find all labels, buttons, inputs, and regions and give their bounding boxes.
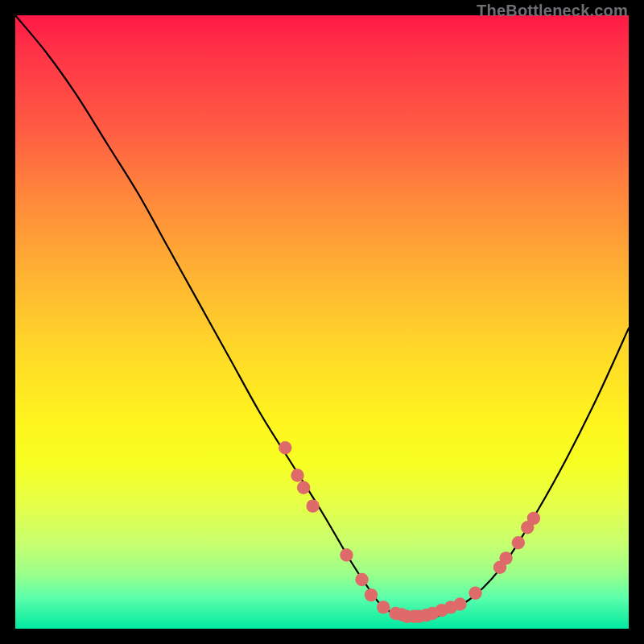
curve-markers <box>279 441 540 623</box>
curve-marker <box>469 587 481 600</box>
curve-marker <box>527 512 540 525</box>
curve-marker <box>279 441 291 454</box>
bottleneck-chart <box>15 15 629 629</box>
curve-marker <box>297 481 310 494</box>
curve-marker <box>365 588 378 601</box>
curve-marker <box>306 499 319 512</box>
curve-marker <box>512 536 525 549</box>
curve-marker <box>291 469 303 481</box>
curve-marker <box>453 597 466 610</box>
curve-marker <box>340 548 353 561</box>
curve-line <box>15 15 629 620</box>
curve-marker <box>499 551 512 564</box>
curve-marker <box>377 601 390 613</box>
curve-marker <box>355 573 368 586</box>
